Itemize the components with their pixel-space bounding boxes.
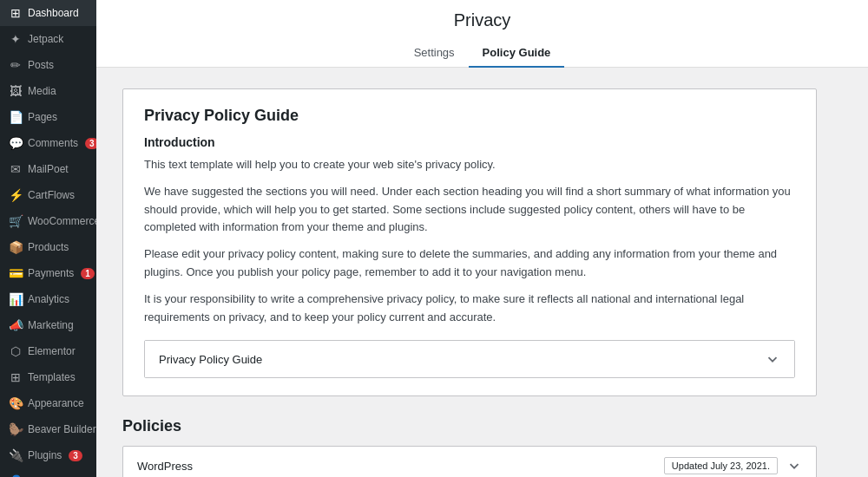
policies-title: Policies xyxy=(122,417,817,435)
sidebar-item-cartflows[interactable]: ⚡CartFlows xyxy=(0,182,96,208)
page-title: Privacy xyxy=(114,10,851,30)
comments-icon: 💬 xyxy=(9,136,23,150)
tab-settings[interactable]: Settings xyxy=(400,39,469,68)
sidebar-item-jetpack[interactable]: ✦Jetpack xyxy=(0,26,96,52)
products-icon: 📦 xyxy=(9,240,23,254)
beaver-builder-icon: 🦫 xyxy=(9,422,23,436)
sidebar-item-analytics[interactable]: 📊Analytics xyxy=(0,286,96,312)
elementor-icon: ⬡ xyxy=(9,344,23,358)
policy-right: Updated July 23, 2021. xyxy=(664,457,802,474)
dashboard-icon: ⊞ xyxy=(9,6,23,20)
sidebar-item-woocommerce[interactable]: 🛒WooCommerce xyxy=(0,208,96,234)
chevron-down-icon xyxy=(786,458,802,474)
sidebar-label: MailPoet xyxy=(28,163,69,175)
badge: 1 xyxy=(81,268,95,279)
sidebar-label: Posts xyxy=(28,59,54,71)
content-area: Privacy Policy Guide Introduction This t… xyxy=(96,68,868,477)
page-header: Privacy SettingsPolicy Guide xyxy=(96,0,868,68)
sidebar-label: Elementor xyxy=(28,345,76,357)
policies-section: Policies WordPressUpdated July 23, 2021.… xyxy=(122,417,817,477)
content-box: Privacy Policy Guide Introduction This t… xyxy=(122,88,817,396)
sidebar-label: Plugins xyxy=(28,449,62,461)
tabs: SettingsPolicy Guide xyxy=(114,39,851,67)
payments-icon: 💳 xyxy=(9,266,23,280)
sidebar-label: Dashboard xyxy=(28,7,79,19)
intro-heading: Introduction xyxy=(144,135,795,149)
cartflows-icon: ⚡ xyxy=(9,188,23,202)
section-title: Privacy Policy Guide xyxy=(144,107,795,125)
sidebar-item-users[interactable]: 👤Users xyxy=(0,468,96,477)
paragraphs-container: This text template will help you to crea… xyxy=(144,156,795,326)
policy-name: WordPress xyxy=(137,460,193,473)
sidebar-item-plugins[interactable]: 🔌Plugins3 xyxy=(0,442,96,468)
marketing-icon: 📣 xyxy=(9,318,23,332)
sidebar-item-elementor[interactable]: ⬡Elementor xyxy=(0,338,96,364)
sidebar-label: Jetpack xyxy=(28,33,63,45)
sidebar-item-dashboard[interactable]: ⊞Dashboard xyxy=(0,0,96,26)
sidebar-label: Comments xyxy=(28,137,78,149)
pages-icon: 📄 xyxy=(9,110,23,124)
woocommerce-icon: 🛒 xyxy=(9,214,23,228)
sidebar-label: Appearance xyxy=(28,397,84,409)
sidebar-item-mailpoet[interactable]: ✉MailPoet xyxy=(0,156,96,182)
content-paragraph: It is your responsibility to write a com… xyxy=(144,291,795,327)
privacy-policy-guide-accordion[interactable]: Privacy Policy Guide xyxy=(144,340,795,378)
media-icon: 🖼 xyxy=(9,84,23,98)
sidebar-label: Media xyxy=(28,85,56,97)
sidebar-item-posts[interactable]: ✏Posts xyxy=(0,52,96,78)
sidebar-label: CartFlows xyxy=(28,189,75,201)
sidebar-label: Products xyxy=(28,241,69,253)
policy-list: WordPressUpdated July 23, 2021.Beaver Bu… xyxy=(122,446,817,477)
policy-badge: Updated July 23, 2021. xyxy=(664,457,778,474)
badge: 3 xyxy=(85,138,96,149)
sidebar-item-marketing[interactable]: 📣Marketing xyxy=(0,312,96,338)
jetpack-icon: ✦ xyxy=(9,32,23,46)
tab-policy-guide[interactable]: Policy Guide xyxy=(469,39,565,68)
accordion-header[interactable]: Privacy Policy Guide xyxy=(145,341,794,377)
chevron-down-icon xyxy=(765,351,780,367)
accordion-label: Privacy Policy Guide xyxy=(159,353,262,366)
sidebar-label: Pages xyxy=(28,111,57,123)
content-paragraph: Please edit your privacy policy content,… xyxy=(144,245,795,282)
sidebar-item-products[interactable]: 📦Products xyxy=(0,234,96,260)
sidebar-label: WooCommerce xyxy=(28,215,96,227)
main-area: Privacy SettingsPolicy Guide Privacy Pol… xyxy=(96,0,868,477)
analytics-icon: 📊 xyxy=(9,292,23,306)
sidebar-item-pages[interactable]: 📄Pages xyxy=(0,104,96,130)
templates-icon: ⊞ xyxy=(9,370,23,384)
sidebar-item-payments[interactable]: 💳Payments1 xyxy=(0,260,96,286)
sidebar-item-media[interactable]: 🖼Media xyxy=(0,78,96,104)
content-paragraph: This text template will help you to crea… xyxy=(144,156,795,174)
sidebar-label: Marketing xyxy=(28,319,74,331)
appearance-icon: 🎨 xyxy=(9,396,23,410)
sidebar-item-comments[interactable]: 💬Comments3 xyxy=(0,130,96,156)
sidebar-item-beaver-builder[interactable]: 🦫Beaver Builder xyxy=(0,416,96,442)
mailpoet-icon: ✉ xyxy=(9,162,23,176)
policy-row[interactable]: WordPressUpdated July 23, 2021. xyxy=(123,447,816,477)
sidebar-item-appearance[interactable]: 🎨Appearance xyxy=(0,390,96,416)
sidebar-label: Beaver Builder xyxy=(28,423,96,435)
posts-icon: ✏ xyxy=(9,58,23,72)
sidebar-label: Analytics xyxy=(28,293,69,305)
sidebar-item-templates[interactable]: ⊞Templates xyxy=(0,364,96,390)
sidebar-label: Payments xyxy=(28,267,74,279)
badge: 3 xyxy=(69,450,82,461)
plugins-icon: 🔌 xyxy=(9,448,23,462)
sidebar: ⊞Dashboard✦Jetpack✏Posts🖼Media📄Pages💬Com… xyxy=(0,0,96,477)
content-paragraph: We have suggested the sections you will … xyxy=(144,183,795,237)
sidebar-label: Templates xyxy=(28,371,76,383)
